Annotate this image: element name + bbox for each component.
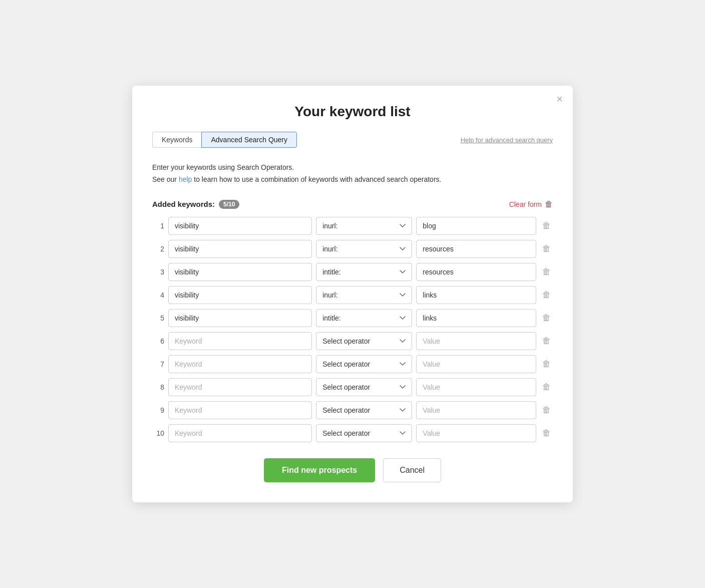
delete-row-button[interactable]: 🗑: [540, 266, 553, 278]
keyword-rows: 1Select operatorinurl:intitle:intext:sit…: [152, 217, 553, 442]
table-row: 10Select operatorinurl:intitle:intext:si…: [152, 424, 553, 442]
table-row: 7Select operatorinurl:intitle:intext:sit…: [152, 355, 553, 373]
modal-title: Your keyword list: [152, 104, 553, 120]
operator-select[interactable]: Select operatorinurl:intitle:intext:site…: [316, 240, 412, 258]
description-block: Enter your keywords using Search Operato…: [152, 162, 553, 186]
delete-row-button[interactable]: 🗑: [540, 358, 553, 370]
delete-row-button[interactable]: 🗑: [540, 243, 553, 255]
table-row: 2Select operatorinurl:intitle:intext:sit…: [152, 240, 553, 258]
operator-select[interactable]: Select operatorinurl:intitle:intext:site…: [316, 263, 412, 281]
find-prospects-button[interactable]: Find new prospects: [264, 458, 375, 482]
footer-buttons: Find new prospects Cancel: [152, 458, 553, 482]
keyword-input[interactable]: [168, 332, 312, 350]
row-number: 5: [152, 314, 164, 322]
value-input[interactable]: [416, 332, 536, 350]
delete-row-button[interactable]: 🗑: [540, 404, 553, 416]
operator-select[interactable]: Select operatorinurl:intitle:intext:site…: [316, 286, 412, 304]
keyword-input[interactable]: [168, 240, 312, 258]
operator-select[interactable]: Select operatorinurl:intitle:intext:site…: [316, 217, 412, 235]
operator-select[interactable]: Select operatorinurl:intitle:intext:site…: [316, 355, 412, 373]
help-text-link[interactable]: help: [179, 175, 192, 183]
delete-row-button[interactable]: 🗑: [540, 427, 553, 439]
description-line1: Enter your keywords using Search Operato…: [152, 162, 553, 174]
close-button[interactable]: ×: [556, 94, 563, 105]
operator-select[interactable]: Select operatorinurl:intitle:intext:site…: [316, 332, 412, 350]
value-input[interactable]: [416, 401, 536, 419]
row-number: 10: [152, 429, 164, 437]
row-number: 3: [152, 268, 164, 276]
delete-row-button[interactable]: 🗑: [540, 335, 553, 347]
trash-icon: 🗑: [545, 200, 553, 209]
clear-form-button[interactable]: Clear form 🗑: [509, 200, 553, 209]
row-number: 6: [152, 337, 164, 345]
tab-keywords[interactable]: Keywords: [152, 132, 201, 148]
operator-select[interactable]: Select operatorinurl:intitle:intext:site…: [316, 309, 412, 327]
value-input[interactable]: [416, 355, 536, 373]
table-row: 5Select operatorinurl:intitle:intext:sit…: [152, 309, 553, 327]
row-number: 2: [152, 245, 164, 253]
delete-row-button[interactable]: 🗑: [540, 289, 553, 301]
table-row: 6Select operatorinurl:intitle:intext:sit…: [152, 332, 553, 350]
table-row: 8Select operatorinurl:intitle:intext:sit…: [152, 378, 553, 396]
table-row: 3Select operatorinurl:intitle:intext:sit…: [152, 263, 553, 281]
value-input[interactable]: [416, 378, 536, 396]
delete-row-button[interactable]: 🗑: [540, 220, 553, 232]
value-input[interactable]: [416, 286, 536, 304]
row-number: 9: [152, 406, 164, 414]
keyword-input[interactable]: [168, 217, 312, 235]
keyword-input[interactable]: [168, 378, 312, 396]
keywords-label: Added keywords:: [152, 200, 215, 208]
tabs-row: Keywords Advanced Search Query Help for …: [152, 132, 553, 148]
operator-select[interactable]: Select operatorinurl:intitle:intext:site…: [316, 401, 412, 419]
table-row: 4Select operatorinurl:intitle:intext:sit…: [152, 286, 553, 304]
operator-select[interactable]: Select operatorinurl:intitle:intext:site…: [316, 424, 412, 442]
row-number: 4: [152, 291, 164, 299]
description-line2: See our help to learn how to use a combi…: [152, 174, 553, 186]
keywords-header: Added keywords: 5/10 Clear form 🗑: [152, 200, 553, 209]
cancel-button[interactable]: Cancel: [383, 458, 441, 482]
delete-row-button[interactable]: 🗑: [540, 312, 553, 324]
help-link[interactable]: Help for advanced search query: [461, 136, 553, 144]
value-input[interactable]: [416, 263, 536, 281]
operator-select[interactable]: Select operatorinurl:intitle:intext:site…: [316, 378, 412, 396]
keyword-input[interactable]: [168, 263, 312, 281]
row-number: 8: [152, 383, 164, 391]
value-input[interactable]: [416, 424, 536, 442]
keyword-input[interactable]: [168, 424, 312, 442]
value-input[interactable]: [416, 309, 536, 327]
modal-container: × Your keyword list Keywords Advanced Se…: [132, 86, 573, 502]
table-row: 1Select operatorinurl:intitle:intext:sit…: [152, 217, 553, 235]
keyword-input[interactable]: [168, 355, 312, 373]
row-number: 1: [152, 222, 164, 230]
tab-advanced[interactable]: Advanced Search Query: [201, 132, 297, 148]
table-row: 9Select operatorinurl:intitle:intext:sit…: [152, 401, 553, 419]
row-number: 7: [152, 360, 164, 368]
keyword-input[interactable]: [168, 309, 312, 327]
keyword-input[interactable]: [168, 286, 312, 304]
value-input[interactable]: [416, 240, 536, 258]
keywords-badge: 5/10: [219, 200, 239, 209]
value-input[interactable]: [416, 217, 536, 235]
keyword-input[interactable]: [168, 401, 312, 419]
delete-row-button[interactable]: 🗑: [540, 381, 553, 393]
